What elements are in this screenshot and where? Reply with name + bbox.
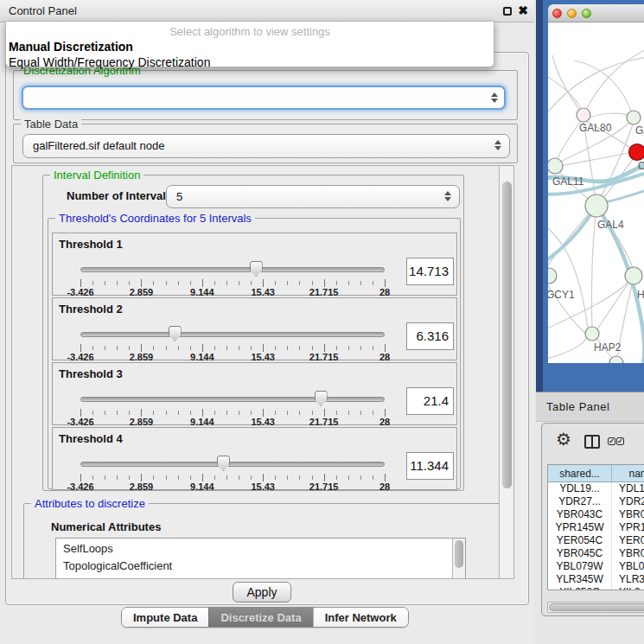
column-checkbox-icons[interactable]: ✓ ✓ [608,437,624,445]
close-icon[interactable]: ✖ [518,3,528,17]
slider-track[interactable] [80,267,385,272]
threshold-value-field[interactable]: 21.4 [406,387,454,415]
checked-checkbox-icon[interactable]: ✓ [608,437,615,445]
node-GA[interactable] [627,111,641,124]
scrollbar-thumb[interactable] [549,603,644,611]
slider-thumb[interactable] [217,456,230,471]
apply-button[interactable]: Apply [233,582,291,603]
mac-minimize-icon[interactable] [567,9,577,18]
tick-label: 28 [379,417,390,427]
slider-major-ticks [80,409,386,417]
slider-track[interactable] [80,397,385,402]
network-window-titlebar[interactable] [548,4,644,22]
table-horizontal-scrollbar[interactable] [547,602,644,613]
threshold-value-field[interactable]: 6.316 [406,322,454,350]
node-C[interactable] [629,144,644,161]
window-edge [536,0,543,392]
slider-major-ticks [80,279,386,287]
column-header-1[interactable]: name [612,465,644,482]
node-H[interactable] [625,267,642,284]
slider-tick-labels: -3.4262.8599.14415.4321.71528 [77,352,392,362]
algorithm-combobox[interactable] [22,86,506,110]
tick-label: 21.715 [309,352,339,362]
float-window-icon[interactable] [503,7,512,16]
attributes-scrollbar[interactable] [452,539,465,579]
table-cell: YBL079W [548,560,612,573]
node-label: H [637,289,644,301]
threshold-slider[interactable]: -3.4262.8599.14415.4321.71528 [77,324,392,360]
attribute-list-item[interactable]: SelfLoops [56,540,450,558]
number-of-intervals-value: 5 [176,190,182,203]
tab-impute-data[interactable]: Impute Data [122,608,208,627]
threshold-slider[interactable]: -3.4262.8599.14415.4321.71528 [77,259,392,296]
tick-label: 9.144 [190,352,214,362]
tick-label: 2.859 [130,481,154,492]
slider-track[interactable] [80,332,385,337]
mac-close-icon[interactable] [552,9,562,18]
slider-thumb[interactable] [169,326,182,341]
network-canvas[interactable]: GAL80GACGAL11GAL4GCY1HHAP2 [548,22,644,363]
algorithm-dropdown-popup: Select algorithm to view settings Manual… [5,21,494,67]
table-row[interactable]: YDR27...YDR2 [548,495,644,508]
node-HAP2[interactable] [585,327,599,341]
algorithm-popup-items: Manual DiscretizationEqual Width/Frequen… [6,39,494,70]
control-panel-titlebar: Control Panel ✖ [0,0,534,22]
main-scrollbar[interactable] [499,166,513,578]
slider-thumb[interactable] [315,391,328,406]
node-label: C [638,160,644,172]
node-GAL4[interactable] [585,194,608,217]
threshold-rows: Threshold 1-3.4262.8599.14415.4321.71528… [52,233,457,492]
table-cell: YDL19... [548,482,612,495]
threshold-slider[interactable]: -3.4262.8599.14415.4321.71528 [77,389,392,425]
panel-title: Control Panel [9,4,77,17]
table-panel-titlebar: Table Panel [536,392,644,422]
threshold-value-field[interactable]: 11.344 [406,452,454,480]
threshold-label: Threshold 2 [59,303,123,316]
split-table-icon[interactable] [584,435,600,449]
node-GAL80[interactable] [577,108,590,122]
attribute-list-item[interactable]: TopologicalCoefficient [56,558,450,575]
column-header-0[interactable]: shared... [548,465,612,482]
table-row[interactable]: YLR345WYLR3 [548,573,644,586]
table-cell: YDR2 [612,495,644,508]
algorithm-option[interactable]: Manual Discretization [6,39,494,54]
tab-label: Discretize Data [220,611,301,624]
numerical-attributes-list: SelfLoopsTopologicalCoefficientBetweenne… [55,538,466,579]
threshold-slider[interactable]: -3.4262.8599.14415.4321.71528 [77,454,392,490]
scrollbar-thumb[interactable] [455,540,463,568]
thresholds-group: Threshold's Coordinates for 5 Intervals … [48,218,461,489]
slider-thumb[interactable] [250,261,263,277]
node-GCY1[interactable] [548,268,557,284]
combo-arrows-icon [494,140,501,150]
table-row[interactable]: YER054CYER0 [548,534,644,547]
checked-checkbox-icon[interactable]: ✓ [616,437,624,445]
tab-infer-network[interactable]: Infer Network [313,608,408,627]
table-row[interactable]: YPR145WYPR1 [548,521,644,534]
table-data-combobox[interactable]: galFiltered.sif default node [22,134,510,158]
table-row[interactable]: YIL052CYIL0 [548,586,644,590]
slider-track[interactable] [80,462,385,467]
table-row[interactable]: YDL19...YDL1 [548,482,644,495]
threshold-label: Threshold 4 [59,432,123,445]
number-of-intervals-spinner[interactable]: 5 [166,185,460,208]
algorithm-option[interactable]: Equal Width/Frequency Discretization [6,54,494,70]
table-row[interactable]: YBL079WYBL0 [548,560,644,573]
attribute-list-item[interactable]: BetweennessCentrality [56,575,450,579]
gear-icon[interactable]: ⚙ [556,429,571,450]
threshold-value-field[interactable]: 14.713 [406,258,454,285]
table-row[interactable]: YBR043CYBR0 [548,508,644,521]
mac-zoom-icon[interactable] [582,9,591,18]
node-GAL11[interactable] [548,158,563,174]
table-row[interactable]: YBR045CYBR0 [548,547,644,560]
table-cell: YPR145W [548,521,612,534]
table-rows: YDL19...YDL1YDR27...YDR2YBR043CYBR0YPR14… [548,482,644,590]
threshold-row: Threshold 3-3.4262.8599.14415.4321.71528… [52,362,457,425]
scrollbar-thumb[interactable] [502,182,512,488]
table-cell: YIL052C [548,586,612,590]
tab-label: Impute Data [133,611,197,624]
tab-discretize-data[interactable]: Discretize Data [208,608,312,627]
tick-label: 2.859 [130,287,154,297]
combo-arrows-icon [491,92,498,103]
node-attribute-table: shared...name YDL19...YDL1YDR27...YDR2YB… [547,464,644,590]
slider-tick-labels: -3.4262.8599.14415.4321.71528 [77,287,392,297]
